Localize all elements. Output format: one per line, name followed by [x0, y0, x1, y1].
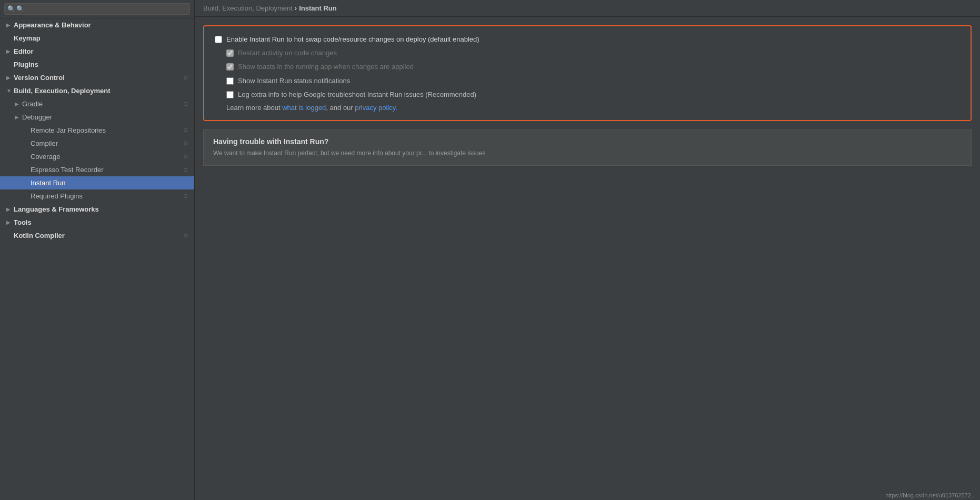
sidebar-item-espresso-test-recorder[interactable]: Espresso Test Recorder⊙ — [0, 163, 194, 176]
arrow-icon: ▶ — [15, 114, 22, 120]
learn-more-section: Learn more about what is logged, and our… — [215, 104, 960, 112]
learn-more-prefix: Learn more about — [226, 104, 282, 112]
sidebar-item-plugins[interactable]: Plugins — [0, 58, 194, 71]
learn-more-middle: , and our — [326, 104, 355, 112]
show-toasts-label: Show toasts in the running app when chan… — [238, 62, 414, 72]
sidebar-item-required-plugins[interactable]: Required Plugins⊙ — [0, 189, 194, 203]
trouble-box: Having trouble with Instant Run? We want… — [203, 129, 972, 166]
sub-checkbox-row-show-notifications: Show Instant Run status notifications — [226, 76, 960, 86]
sidebar-item-label: Keymap — [14, 34, 188, 42]
sidebar-item-label: Tools — [14, 218, 188, 226]
sidebar-item-label: Gradle — [22, 100, 181, 108]
sidebar-item-label: Coverage — [31, 153, 181, 161]
search-icon: 🔍 — [7, 5, 15, 13]
sub-checkbox-list: Restart activity on code changesShow toa… — [226, 48, 960, 99]
sidebar-item-keymap[interactable]: Keymap — [0, 32, 194, 45]
sub-checkbox-row-show-toasts: Show toasts in the running app when chan… — [226, 62, 960, 72]
sidebar-item-label: Appearance & Behavior — [14, 21, 188, 29]
restart-activity-label: Restart activity on code changes — [238, 48, 337, 58]
sidebar-item-remote-jar-repositories[interactable]: Remote Jar Repositories⊙ — [0, 124, 194, 137]
sidebar-item-coverage[interactable]: Coverage⊙ — [0, 150, 194, 163]
arrow-icon: ▶ — [6, 75, 14, 81]
sidebar-item-label: Debugger — [22, 113, 188, 121]
sidebar-item-languages-frameworks[interactable]: ▶Languages & Frameworks — [0, 203, 194, 216]
sidebar-item-label: Instant Run — [31, 179, 188, 187]
breadcrumb-separator: › — [295, 4, 297, 12]
sub-checkbox-row-log-extra-info: Log extra info to help Google troublesho… — [226, 90, 960, 99]
sidebar-item-label: Kotlin Compiler — [14, 232, 181, 239]
sidebar: 🔍 ▶Appearance & BehaviorKeymap▶EditorPlu… — [0, 0, 195, 500]
sidebar-item-kotlin-compiler[interactable]: Kotlin Compiler⊙ — [0, 229, 194, 242]
what-is-logged-link[interactable]: what is logged — [282, 104, 326, 112]
show-notifications-checkbox[interactable] — [226, 77, 234, 85]
breadcrumb-path: Build, Execution, Deployment — [203, 4, 293, 12]
arrow-icon: ▶ — [6, 219, 14, 225]
sidebar-item-appearance-behavior[interactable]: ▶Appearance & Behavior — [0, 18, 194, 32]
arrow-icon: ▼ — [6, 88, 14, 94]
sidebar-item-label: Plugins — [14, 61, 188, 68]
sidebar-item-label: Compiler — [31, 139, 181, 147]
arrow-icon: ▶ — [6, 48, 14, 54]
breadcrumb-current: Instant Run — [299, 4, 337, 12]
sidebar-item-label: Espresso Test Recorder — [31, 166, 181, 174]
copy-icon: ⊙ — [183, 140, 188, 147]
footer-url: https://blog.csdn.net/u013762572... — [195, 491, 980, 500]
log-extra-info-label: Log extra info to help Google troublesho… — [238, 90, 476, 99]
copy-icon: ⊙ — [183, 232, 188, 239]
copy-icon: ⊙ — [183, 74, 188, 81]
instant-run-settings-box: Enable Instant Run to hot swap code/reso… — [203, 25, 972, 121]
sidebar-item-label: Languages & Frameworks — [14, 205, 188, 213]
sidebar-item-label: Build, Execution, Deployment — [14, 87, 188, 95]
main-checkbox-row: Enable Instant Run to hot swap code/reso… — [215, 35, 960, 44]
sidebar-item-compiler[interactable]: Compiler⊙ — [0, 137, 194, 150]
sidebar-item-instant-run[interactable]: Instant Run — [0, 176, 194, 189]
sidebar-item-tools[interactable]: ▶Tools — [0, 216, 194, 229]
main-content: Build, Execution, Deployment › Instant R… — [195, 0, 980, 500]
copy-icon: ⊙ — [183, 101, 188, 107]
arrow-icon: ▶ — [6, 22, 14, 28]
enable-instant-run-label: Enable Instant Run to hot swap code/reso… — [226, 35, 479, 44]
copy-icon: ⊙ — [183, 166, 188, 173]
copy-icon: ⊙ — [183, 193, 188, 199]
show-toasts-checkbox[interactable] — [226, 63, 234, 71]
log-extra-info-checkbox[interactable] — [226, 91, 234, 98]
sidebar-item-build-execution-deployment[interactable]: ▼Build, Execution, Deployment — [0, 84, 194, 97]
content-area: Enable Instant Run to hot swap code/reso… — [195, 17, 980, 491]
search-bar: 🔍 — [0, 0, 194, 18]
sidebar-item-version-control[interactable]: ▶Version Control⊙ — [0, 71, 194, 84]
privacy-policy-link[interactable]: privacy policy. — [355, 104, 397, 112]
copy-icon: ⊙ — [183, 153, 188, 160]
copy-icon: ⊙ — [183, 127, 188, 134]
show-notifications-label: Show Instant Run status notifications — [238, 76, 350, 86]
sidebar-item-label: Version Control — [14, 74, 181, 82]
sidebar-item-label: Required Plugins — [31, 192, 181, 200]
arrow-icon: ▶ — [15, 101, 22, 107]
search-input[interactable] — [4, 3, 190, 15]
sub-checkbox-row-restart-activity: Restart activity on code changes — [226, 48, 960, 58]
sidebar-item-debugger[interactable]: ▶Debugger — [0, 111, 194, 124]
restart-activity-checkbox[interactable] — [226, 49, 234, 57]
sidebar-item-label: Editor — [14, 47, 188, 55]
enable-instant-run-checkbox[interactable] — [215, 36, 222, 43]
breadcrumb: Build, Execution, Deployment › Instant R… — [195, 0, 980, 17]
sidebar-item-gradle[interactable]: ▶Gradle⊙ — [0, 97, 194, 111]
trouble-title: Having trouble with Instant Run? — [213, 137, 962, 146]
trouble-text: We want to make Instant Run perfect, but… — [213, 149, 962, 158]
nav-list: ▶Appearance & BehaviorKeymap▶EditorPlugi… — [0, 18, 194, 242]
sidebar-item-label: Remote Jar Repositories — [31, 126, 181, 134]
arrow-icon: ▶ — [6, 206, 14, 212]
sidebar-item-editor[interactable]: ▶Editor — [0, 45, 194, 58]
sub-checkboxes: Restart activity on code changesShow toa… — [215, 48, 960, 99]
